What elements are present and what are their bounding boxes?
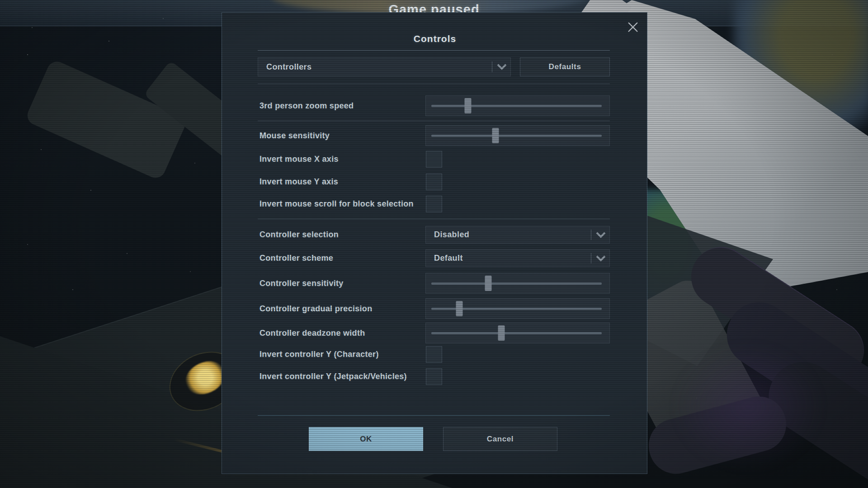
section-divider (258, 219, 610, 219)
slider-track[interactable] (431, 135, 602, 137)
cancel-button[interactable]: Cancel (443, 427, 557, 451)
stars (0, 0, 1, 1)
slider-track[interactable] (431, 105, 602, 107)
invert-mouse-y-label: Invert mouse Y axis (259, 174, 338, 190)
mouse-sensitivity-slider[interactable] (425, 125, 610, 146)
dropdown-separator (591, 230, 591, 240)
controller-selection-dropdown[interactable]: Disabled (425, 226, 610, 244)
slider-thumb[interactable] (485, 276, 492, 291)
controller-sensitivity-slider[interactable] (425, 273, 610, 294)
footer-divider (258, 415, 610, 416)
ok-button[interactable]: OK (309, 427, 423, 451)
close-icon[interactable] (626, 20, 640, 34)
invert-controller-y-jetpack-label: Invert controller Y (Jetpack/Vehicles) (259, 368, 407, 385)
controller-selection-label: Controller selection (259, 226, 339, 244)
defaults-button[interactable]: Defaults (520, 57, 610, 76)
chevron-down-icon[interactable] (596, 232, 606, 238)
invert-controller-y-character-label: Invert controller Y (Character) (259, 346, 379, 363)
controller-scheme-value: Default (434, 253, 463, 263)
mouse-sensitivity-label: Mouse sensitivity (259, 125, 330, 146)
glove-purple-tint (674, 343, 823, 470)
slider-track[interactable] (431, 308, 602, 310)
controller-deadzone-slider[interactable] (425, 323, 610, 343)
invert-scroll-checkbox[interactable] (426, 196, 442, 212)
slider-thumb[interactable] (498, 325, 505, 341)
chevron-down-icon[interactable] (497, 64, 507, 70)
controller-scheme-label: Controller scheme (259, 249, 333, 267)
chevron-down-icon[interactable] (596, 255, 606, 262)
invert-mouse-x-checkbox[interactable] (426, 151, 442, 168)
controller-scheme-dropdown[interactable]: Default (425, 249, 610, 267)
controller-gradual-precision-slider[interactable] (425, 298, 610, 319)
invert-controller-y-character-checkbox[interactable] (426, 346, 442, 363)
dropdown-separator (492, 61, 492, 73)
invert-controller-y-jetpack-checkbox[interactable] (426, 368, 442, 385)
controller-sensitivity-label: Controller sensitivity (259, 273, 344, 294)
game-screen: Game paused Controls Controllers Default… (0, 0, 868, 488)
section-divider (258, 84, 610, 84)
row-divider (258, 121, 610, 121)
dropdown-separator (591, 253, 591, 263)
category-dropdown-value: Controllers (266, 62, 311, 72)
dialog-title: Controls (222, 33, 648, 44)
invert-scroll-label: Invert mouse scroll for block selection (259, 196, 414, 212)
controller-selection-value: Disabled (434, 230, 469, 239)
controls-dialog: Controls Controllers Defaults 3rd person… (222, 12, 647, 474)
controller-gradual-precision-label: Controller gradual precision (259, 298, 372, 319)
slider-thumb[interactable] (456, 301, 462, 316)
slider-track[interactable] (431, 332, 602, 334)
slider-track[interactable] (431, 282, 602, 285)
zoom-speed-slider[interactable] (425, 95, 610, 116)
title-divider (258, 50, 610, 51)
slider-thumb[interactable] (465, 98, 472, 113)
zoom-speed-label: 3rd person zoom speed (259, 95, 354, 116)
invert-mouse-y-checkbox[interactable] (426, 174, 442, 190)
controller-deadzone-label: Controller deadzone width (259, 323, 365, 343)
invert-mouse-x-label: Invert mouse X axis (259, 151, 339, 168)
slider-thumb[interactable] (492, 128, 499, 143)
category-dropdown[interactable]: Controllers (258, 57, 511, 76)
